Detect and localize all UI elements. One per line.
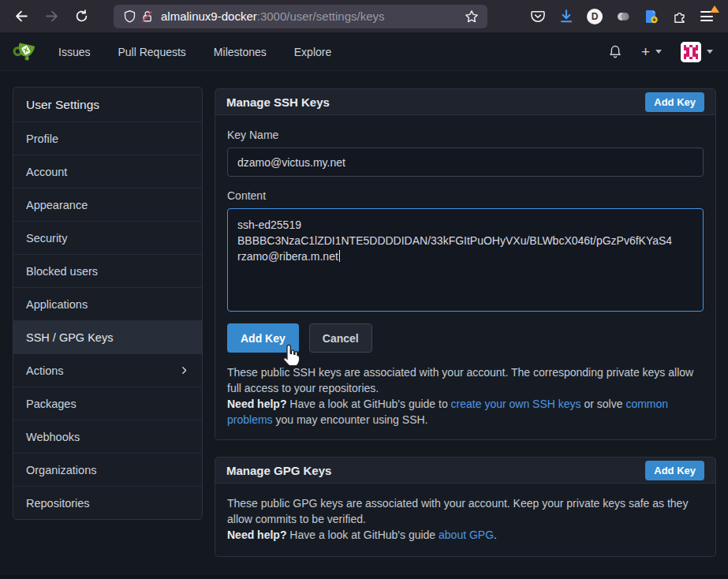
sidebar-item-ssh-gpg-keys[interactable]: SSH / GPG Keys — [13, 321, 202, 354]
download-icon[interactable] — [558, 9, 574, 24]
duckduckgo-extension-icon[interactable]: D — [587, 9, 603, 24]
screen: almalinux9-docker:3000/user/settings/key… — [0, 0, 728, 579]
link-about-gpg[interactable]: about GPG — [439, 529, 494, 541]
page-bottom-strip — [0, 575, 728, 579]
browser-toolbar: almalinux9-docker:3000/user/settings/key… — [0, 0, 728, 33]
avatar — [681, 42, 701, 62]
ssh-panel-body: Key Name Content ssh-ed25519 BBBBC3NzaC1… — [215, 115, 716, 440]
sidebar-title: User Settings — [13, 88, 202, 122]
sidebar-item-webhooks[interactable]: Webhooks — [13, 420, 202, 454]
ssh-keys-panel: Manage SSH Keys Add Key Key Name Content… — [215, 88, 716, 440]
gpg-header-add-key-button[interactable]: Add Key — [645, 461, 704, 480]
document-badge-extension-icon[interactable] — [644, 9, 659, 24]
main-content: Manage SSH Keys Add Key Key Name Content… — [215, 88, 716, 557]
sidebar-item-appearance[interactable]: Appearance — [13, 189, 202, 222]
link-create-ssh-keys[interactable]: create your own SSH keys — [451, 398, 581, 410]
gpg-panel-title: Manage GPG Keys — [226, 464, 331, 477]
back-icon[interactable] — [10, 5, 33, 28]
sidebar-item-applications[interactable]: Applications — [13, 288, 202, 321]
nav-link-issues[interactable]: Issues — [58, 46, 90, 58]
gray-circles-extension-icon[interactable] — [615, 9, 631, 24]
gpg-keys-panel: Manage GPG Keys Add Key These public GPG… — [215, 457, 716, 557]
url-path: :3000/user/settings/keys — [257, 9, 385, 23]
nav-link-explore[interactable]: Explore — [294, 46, 331, 58]
create-new-dropdown[interactable]: + — [641, 44, 662, 59]
content-label: Content — [227, 189, 704, 202]
gpg-panel-body: These public GPG keys are associated wit… — [215, 484, 716, 557]
gitea-logo-icon[interactable] — [12, 39, 37, 65]
sidebar-item-actions[interactable]: Actions — [13, 354, 202, 387]
site-navbar: Issues Pull Requests Milestones Explore … — [0, 33, 728, 71]
ssh-panel-header: Manage SSH Keys Add Key — [215, 88, 716, 115]
forward-icon[interactable] — [40, 5, 63, 28]
nav-link-pull-requests[interactable]: Pull Requests — [118, 46, 185, 58]
sidebar-item-account[interactable]: Account — [13, 155, 202, 189]
nav-link-milestones[interactable]: Milestones — [214, 46, 267, 58]
user-menu-dropdown[interactable] — [681, 42, 713, 62]
gpg-help-text: These public GPG keys are associated wit… — [227, 495, 704, 543]
extensions-puzzle-icon[interactable] — [672, 9, 688, 24]
reload-icon[interactable] — [70, 5, 93, 28]
bookmark-star-icon[interactable] — [463, 8, 480, 25]
chevron-right-icon — [179, 365, 189, 375]
text-cursor — [339, 250, 340, 262]
insecure-lock-icon[interactable] — [138, 8, 155, 25]
chevron-down-icon — [655, 50, 662, 54]
url-host: almalinux9-docker — [161, 9, 257, 23]
cancel-button[interactable]: Cancel — [309, 323, 372, 353]
add-key-submit-button[interactable]: Add Key — [227, 323, 299, 353]
ssh-need-help-label: Need help? — [227, 398, 286, 410]
gpg-need-help-label: Need help? — [227, 529, 286, 541]
sidebar-item-packages[interactable]: Packages — [13, 387, 202, 420]
tracking-shield-icon[interactable] — [121, 8, 138, 25]
sidebar-item-security[interactable]: Security — [13, 222, 202, 255]
sidebar-item-profile[interactable]: Profile — [13, 122, 202, 155]
update-badge-icon — [710, 6, 719, 13]
gitea-page: Issues Pull Requests Milestones Explore … — [0, 33, 728, 579]
ssh-help-text: These public SSH keys are associated wit… — [227, 364, 704, 428]
ssh-panel-title: Manage SSH Keys — [226, 95, 330, 109]
gpg-panel-header: Manage GPG Keys Add Key — [215, 457, 716, 484]
sidebar-item-blocked-users[interactable]: Blocked users — [13, 255, 202, 288]
ssh-header-add-key-button[interactable]: Add Key — [645, 92, 704, 112]
address-bar[interactable]: almalinux9-docker:3000/user/settings/key… — [114, 5, 487, 28]
url-text[interactable]: almalinux9-docker:3000/user/settings/key… — [161, 9, 463, 23]
sidebar-item-repositories[interactable]: Repositories — [13, 487, 202, 519]
menu-hamburger-icon[interactable] — [700, 9, 716, 24]
settings-sidebar: User Settings Profile Account Appearance… — [13, 87, 203, 520]
chevron-down-icon — [707, 50, 713, 54]
key-content-textarea[interactable]: ssh-ed25519 BBBBC3NzaC1lZDI1NTE5DDDDIDAN… — [227, 208, 704, 312]
plus-icon: + — [641, 44, 650, 59]
key-name-input[interactable] — [227, 148, 704, 177]
key-name-label: Key Name — [227, 129, 704, 141]
pocket-icon[interactable] — [530, 9, 546, 24]
notifications-bell-icon[interactable] — [608, 44, 622, 59]
sidebar-item-organizations[interactable]: Organizations — [13, 454, 202, 487]
key-content-text: ssh-ed25519 BBBBC3NzaC1lZDI1NTE5DDDDIDAN… — [237, 219, 675, 263]
